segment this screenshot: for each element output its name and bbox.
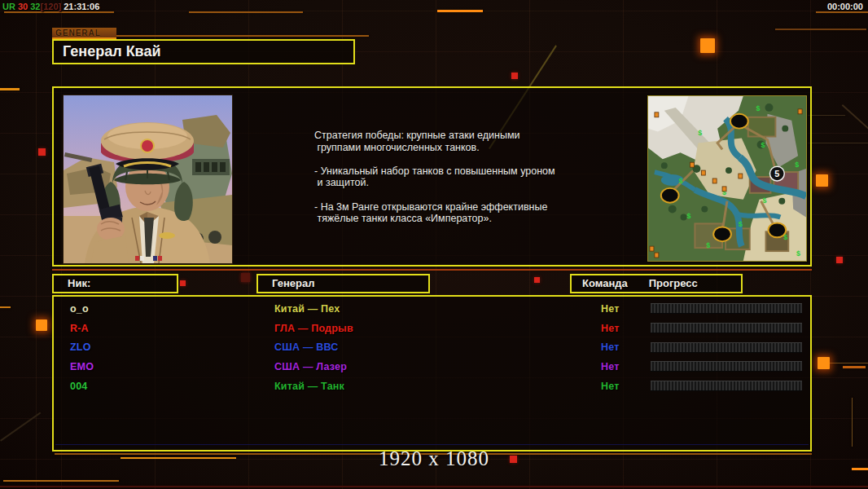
debug-ur: UR xyxy=(2,2,15,11)
header-nick-label: Ник: xyxy=(68,277,90,289)
svg-text:$: $ xyxy=(763,196,767,205)
player-nick: ZLO xyxy=(70,341,91,353)
header-team-label: Команда xyxy=(582,277,628,289)
debug-clock: 21:31:06 xyxy=(61,2,99,11)
player-team: Нет xyxy=(601,381,620,392)
debug-value-1: 30 xyxy=(15,2,28,11)
player-team: Нет xyxy=(601,303,620,315)
header-general: Генерал xyxy=(256,274,430,293)
player-team: Нет xyxy=(601,361,620,372)
decor-line xyxy=(824,363,868,363)
player-general: США — ВВС xyxy=(274,341,338,353)
decor-glow xyxy=(700,38,715,53)
general-title-box: Генерал Квай xyxy=(52,39,355,64)
player-general: Китай — Пех xyxy=(274,303,340,315)
decor-line xyxy=(437,10,483,12)
decor-red xyxy=(241,273,250,282)
debug-bracket: [120] xyxy=(40,2,61,11)
decor-glow xyxy=(818,357,830,369)
player-progress-bar xyxy=(651,381,802,391)
players-panel: o_o Китай — Пех Нет R-A ГЛА — Подрыв Нет… xyxy=(52,295,812,452)
player-nick: EMO xyxy=(70,361,94,372)
decor-blue-line xyxy=(55,444,809,445)
svg-text:$: $ xyxy=(761,141,765,149)
player-row: 004 Китай — Танк Нет xyxy=(54,377,810,396)
decor-red xyxy=(534,277,540,283)
header-nick: Ник: xyxy=(52,274,178,293)
header-general-label: Генерал xyxy=(272,277,314,289)
strategy-text: Стратегия победы: крупные атаки едиными … xyxy=(314,130,580,225)
player-progress-bar xyxy=(651,361,802,372)
player-team: Нет xyxy=(601,341,620,353)
player-nick: o_o xyxy=(70,303,89,315)
player-row: R-A ГЛА — Подрыв Нет xyxy=(54,319,810,338)
match-timer: 00:00:00 xyxy=(827,2,863,11)
decor-line xyxy=(80,35,369,37)
decor-line xyxy=(852,398,853,447)
decor-line xyxy=(0,306,11,308)
decor-line xyxy=(4,11,114,13)
svg-text:$: $ xyxy=(679,177,683,185)
player-general: США — Лазер xyxy=(274,361,347,372)
decor-red xyxy=(836,257,843,263)
decor-diag xyxy=(842,104,868,139)
svg-text:$: $ xyxy=(795,161,799,169)
header-progress-label: Прогресс xyxy=(649,277,698,289)
decor-line xyxy=(816,11,868,13)
map-preview-image: $$$ $$$ $$$ $$$ 5 xyxy=(647,95,807,262)
player-nick: 004 xyxy=(70,381,87,392)
player-row: o_o Китай — Пех Нет xyxy=(54,299,810,319)
svg-text:5: 5 xyxy=(774,169,779,178)
debug-readout: UR 30 32[120] 21:31:06 xyxy=(2,2,99,11)
decor-red xyxy=(180,280,186,286)
decor-line xyxy=(0,486,868,487)
svg-text:$: $ xyxy=(739,220,743,228)
player-count-badge: 5 xyxy=(769,166,784,181)
general-title: Генерал Квай xyxy=(63,43,161,59)
player-row: ZLO США — ВВС Нет xyxy=(54,338,810,358)
general-figure xyxy=(85,122,210,263)
decor-line xyxy=(843,366,866,368)
decor-red xyxy=(38,148,46,156)
general-tab: GENERAL xyxy=(52,28,116,39)
decor-line xyxy=(806,143,868,143)
player-team: Нет xyxy=(601,323,620,334)
player-progress-bar xyxy=(651,323,802,333)
decor-line xyxy=(189,11,303,13)
decor-glow xyxy=(36,319,47,331)
debug-value-2: 32 xyxy=(28,2,40,11)
player-progress-bar xyxy=(651,342,802,353)
svg-text:$: $ xyxy=(698,129,702,137)
decor-glow xyxy=(816,174,828,187)
svg-text:$: $ xyxy=(796,249,800,258)
svg-text:$: $ xyxy=(756,104,761,112)
decor-line xyxy=(775,29,866,30)
player-progress-bar xyxy=(651,303,802,314)
general-info-panel: Стратегия победы: крупные атаки едиными … xyxy=(52,86,812,267)
player-rows: o_o Китай — Пех Нет R-A ГЛА — Подрыв Нет… xyxy=(54,299,810,396)
general-portrait-image xyxy=(64,95,232,263)
svg-text:$: $ xyxy=(706,241,710,249)
decor-line xyxy=(0,88,20,90)
svg-text:$: $ xyxy=(687,212,691,220)
player-nick: R-A xyxy=(70,323,89,334)
resolution-label: 1920 x 1080 xyxy=(0,447,868,470)
decor-line xyxy=(52,269,812,271)
player-general: ГЛА — Подрыв xyxy=(274,323,353,334)
loading-screen: UR 30 32[120] 21:31:06 00:00:00 GENERAL … xyxy=(0,0,868,489)
decor-line xyxy=(3,480,119,482)
decor-red xyxy=(511,73,518,79)
player-general: Китай — Танк xyxy=(274,381,344,392)
decor-diag xyxy=(0,412,41,442)
header-team-progress: КомандаПрогресс xyxy=(570,274,743,293)
player-row: EMO США — Лазер Нет xyxy=(54,357,810,377)
